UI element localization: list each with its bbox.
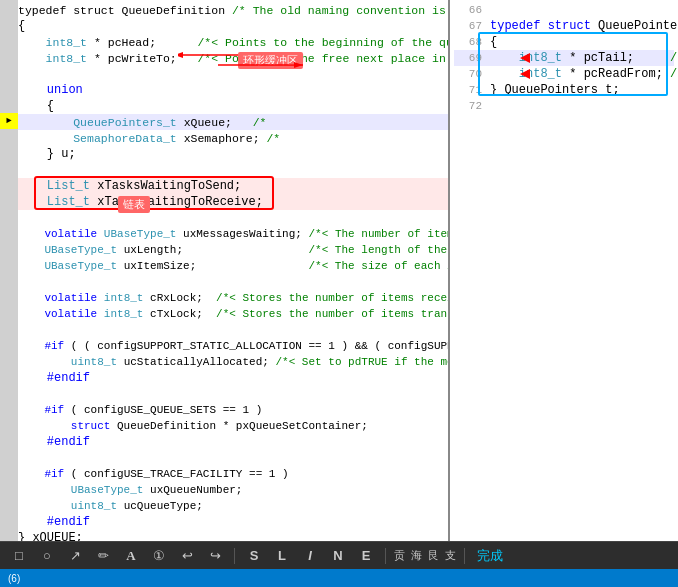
- toolbar: □ ○ ↗ ✏ A ① ↩ ↪ S L I N E 贡 海 艮 支 完成: [0, 541, 678, 569]
- status-bar: (6): [0, 569, 678, 587]
- code-line-22: #if ( ( configSUPPORT_STATIC_ALLOCATION …: [18, 338, 448, 354]
- code-line-10: } u;: [18, 146, 448, 162]
- gutter-line-25: [0, 383, 18, 399]
- code-line-14: [18, 210, 448, 226]
- code-line-34: } xQUEUE;: [18, 530, 448, 541]
- gutter-line-9: [0, 129, 18, 145]
- toolbar-icon-group: 贡: [394, 548, 405, 563]
- code-line-32: uint8_t ucQueueType;: [18, 498, 448, 514]
- toolbar-s-btn[interactable]: S: [243, 545, 265, 567]
- toolbar-e-btn[interactable]: E: [355, 545, 377, 567]
- gutter-line-26: [0, 398, 18, 414]
- gutter-line-16: [0, 240, 18, 256]
- toolbar-arrow-btn[interactable]: ↗: [64, 545, 86, 567]
- right-line-70: 70 int8_t * pcReadFrom; /*< Points to: [454, 66, 674, 82]
- toolbar-undo-btn[interactable]: ↩: [176, 545, 198, 567]
- code-line-1: typedef struct QueueDefinition /* The ol…: [18, 2, 448, 18]
- code-line-19: volatile int8_t cRxLock; /*< Stores the …: [18, 290, 448, 306]
- gutter-line-30: [0, 462, 18, 478]
- right-line-68: 68 {: [454, 34, 674, 50]
- toolbar-square-btn[interactable]: □: [8, 545, 30, 567]
- code-line-3: int8_t * pcHead; /*< Points to the begin…: [18, 34, 448, 50]
- left-code-panel[interactable]: typedef struct QueueDefinition /* The ol…: [18, 0, 448, 541]
- code-line-20: volatile int8_t cTxLock; /*< Stores the …: [18, 306, 448, 322]
- gutter-line-20: [0, 303, 18, 319]
- gutter-line-18: [0, 272, 18, 288]
- gutter-line-27: [0, 414, 18, 430]
- code-line-18: [18, 274, 448, 290]
- code-line-28: #endif: [18, 434, 448, 450]
- toolbar-numbered-btn[interactable]: ①: [148, 545, 170, 567]
- toolbar-text-btn[interactable]: A: [120, 545, 142, 567]
- gutter-line-1: [0, 2, 18, 18]
- gutter-line-31: [0, 478, 18, 494]
- code-line-24: #endif: [18, 370, 448, 386]
- code-line-5: [18, 66, 448, 82]
- code-line-30: #if ( configUSE_TRACE_FACILITY == 1 ): [18, 466, 448, 482]
- gutter-line-2: [0, 18, 18, 34]
- code-line-8: QueuePointers_t xQueue; /*: [18, 114, 448, 130]
- gutter-line-17: [0, 256, 18, 272]
- gutter-line-5: [0, 65, 18, 81]
- code-line-21: [18, 322, 448, 338]
- gutter-line-33: [0, 510, 18, 526]
- code-line-7: {: [18, 98, 448, 114]
- gutter-line-6: [0, 81, 18, 97]
- gutter-line-3: [0, 34, 18, 50]
- gutter-line-29: [0, 446, 18, 462]
- gutter-line-15: [0, 224, 18, 240]
- code-line-9: SemaphoreData_t xSemaphore; /*: [18, 130, 448, 146]
- status-position: (6): [8, 573, 20, 584]
- code-line-17: UBaseType_t uxItemSize; /*< The size of …: [18, 258, 448, 274]
- gutter-line-8: ►: [0, 113, 18, 129]
- right-line-66: 66: [454, 2, 674, 18]
- gutter-line-28: [0, 430, 18, 446]
- toolbar-i-btn[interactable]: I: [299, 545, 321, 567]
- editor-container: ► typedef stru: [0, 0, 678, 541]
- toolbar-icon-hai: 海: [411, 548, 422, 563]
- toolbar-divider-2: [385, 548, 386, 564]
- code-line-6: union: [18, 82, 448, 98]
- gutter-line-23: [0, 351, 18, 367]
- code-line-31: UBaseType_t uxQueueNumber;: [18, 482, 448, 498]
- gutter-line-10: [0, 145, 18, 161]
- code-line-29: [18, 450, 448, 466]
- gutter-line-12: [0, 176, 18, 192]
- code-line-33: #endif: [18, 514, 448, 530]
- gutter-line-22: [0, 335, 18, 351]
- toolbar-divider-3: [464, 548, 465, 564]
- gutter-line-14: [0, 208, 18, 224]
- toolbar-divider-1: [234, 548, 235, 564]
- toolbar-icon-zhi: 支: [445, 548, 456, 563]
- code-line-27: struct QueueDefinition * pxQueueSetConta…: [18, 418, 448, 434]
- code-line-15: volatile UBaseType_t uxMessagesWaiting; …: [18, 226, 448, 242]
- toolbar-pen-btn[interactable]: ✏: [92, 545, 114, 567]
- toolbar-circle-btn[interactable]: ○: [36, 545, 58, 567]
- code-line-11: [18, 162, 448, 178]
- linked-list-label: 链表: [118, 196, 150, 213]
- code-line-16: UBaseType_t uxLength; /*< The length of …: [18, 242, 448, 258]
- code-line-23: uint8_t ucStaticallyAllocated; /*< Set t…: [18, 354, 448, 370]
- code-main[interactable]: typedef struct QueueDefinition /* The ol…: [18, 0, 678, 541]
- code-line-26: #if ( configUSE_QUEUE_SETS == 1 ): [18, 402, 448, 418]
- toolbar-icon-ren: 艮: [428, 548, 439, 563]
- left-gutter: ►: [0, 0, 18, 541]
- gutter-line-11: [0, 161, 18, 177]
- gutter-line-24: [0, 367, 18, 383]
- code-line-4: int8_t * pcWriteTo; /*< Points to the fr…: [18, 50, 448, 66]
- gutter-line-7: [0, 97, 18, 113]
- gutter-line-21: [0, 319, 18, 335]
- right-line-71: 71 } QueuePointers_t;: [454, 82, 674, 98]
- code-line-13: List_t xTasksWaitingToReceive;: [18, 194, 448, 210]
- gutter-line-13: [0, 192, 18, 208]
- gutter-line-34: [0, 525, 18, 541]
- toolbar-l-btn[interactable]: L: [271, 545, 293, 567]
- gutter-line-19: [0, 287, 18, 303]
- right-line-69: 69 int8_t * pcTail; /*< Points to: [454, 50, 674, 66]
- toolbar-redo-btn[interactable]: ↪: [204, 545, 226, 567]
- toolbar-n-btn[interactable]: N: [327, 545, 349, 567]
- right-code-panel[interactable]: 66 67 typedef struct QueuePointers 68 { …: [448, 0, 678, 541]
- code-line-12: List_t xTasksWaitingToSend;: [18, 178, 448, 194]
- toolbar-complete-btn[interactable]: 完成: [473, 545, 507, 567]
- gutter-line-32: [0, 494, 18, 510]
